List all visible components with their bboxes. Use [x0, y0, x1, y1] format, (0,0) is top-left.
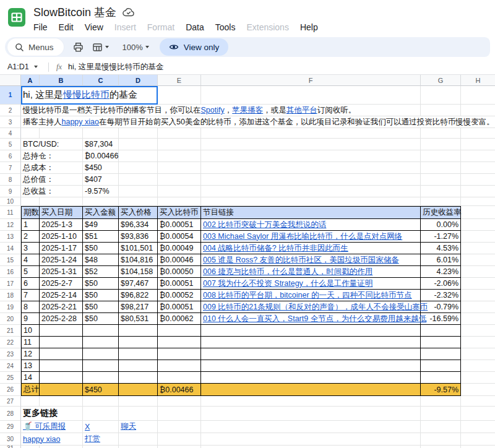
- cell-G13[interactable]: -1.27%: [421, 231, 461, 243]
- link[interactable]: 007 我为什么不投资 Strategy，什么是工作量证明: [203, 278, 372, 289]
- cell-H8[interactable]: [461, 174, 495, 186]
- cell-A12[interactable]: 1: [21, 219, 40, 231]
- cell-A10[interactable]: [21, 197, 40, 206]
- row-header-16[interactable]: 16: [0, 266, 21, 278]
- cell-G22[interactable]: [421, 337, 461, 348]
- row-header-25[interactable]: 25: [0, 372, 21, 384]
- cell-E12[interactable]: ₿0.00051: [158, 219, 201, 231]
- cell-D8[interactable]: [119, 174, 158, 186]
- cell-F18[interactable]: 008 比特币的平台期，bitcoiner 的一天，四种不同比特币节点: [201, 290, 421, 301]
- cell-G29[interactable]: [421, 421, 461, 433]
- cell-D19[interactable]: $98,217: [119, 301, 158, 313]
- cell-C11[interactable]: 买入金额: [83, 206, 119, 219]
- row-header-21[interactable]: 21: [0, 325, 21, 337]
- cell-A2[interactable]: 慢慢比特币是一档关于比特币的播客节目，你可以在 Spotify，苹果播客，或是其…: [21, 105, 421, 116]
- cell-H11[interactable]: [461, 206, 495, 219]
- cell-E6[interactable]: [158, 150, 201, 162]
- cell-C17[interactable]: $50: [83, 278, 119, 290]
- cell-D15[interactable]: $104,816: [119, 254, 158, 266]
- cell-G26[interactable]: -9.57%: [421, 384, 461, 396]
- cell-D12[interactable]: $96,334: [119, 219, 158, 231]
- link[interactable]: happy xiao: [23, 435, 60, 444]
- cell-C31[interactable]: [83, 446, 119, 448]
- cell-E30[interactable]: [158, 433, 201, 446]
- cell-E18[interactable]: ₿0.00052: [158, 290, 201, 301]
- link[interactable]: 打赏: [85, 434, 100, 444]
- cell-C14[interactable]: $50: [83, 243, 119, 254]
- formula-input[interactable]: hi, 这里是慢慢比特币的基金: [68, 62, 163, 72]
- cell-B23[interactable]: [40, 348, 83, 360]
- cell-C5[interactable]: $87,304: [83, 139, 119, 150]
- link[interactable]: 慢慢比特币: [63, 89, 110, 101]
- cell-E28[interactable]: [158, 407, 201, 421]
- cell-G28[interactable]: [421, 407, 461, 421]
- cell-D6[interactable]: [119, 150, 158, 162]
- cell-C10[interactable]: [83, 197, 119, 206]
- cell-H7[interactable]: [461, 162, 495, 174]
- row-header-8[interactable]: 8: [0, 174, 21, 186]
- cell-F13[interactable]: 003 Michael Saylor 用瀑布比喻比特币，什么是点对点网络: [201, 231, 421, 243]
- cell-B11[interactable]: 买入日期: [40, 206, 83, 219]
- link[interactable]: 005 谁是 Ross? 友善的比特币社区，美国垃圾币国家储备: [203, 255, 399, 265]
- cell-F28[interactable]: [201, 407, 421, 421]
- row-header-31[interactable]: 31: [0, 446, 21, 448]
- cell-F17[interactable]: 007 我为什么不投资 Strategy，什么是工作量证明: [201, 278, 421, 290]
- cell-B26[interactable]: [40, 384, 83, 396]
- cell-C19[interactable]: $50: [83, 301, 119, 313]
- cell-B27[interactable]: [40, 396, 83, 407]
- row-header-22[interactable]: 22: [0, 337, 21, 348]
- cell-D28[interactable]: [119, 407, 158, 421]
- cell-F31[interactable]: [201, 446, 421, 448]
- cell-C4[interactable]: [83, 128, 119, 139]
- row-header-24[interactable]: 24: [0, 360, 21, 372]
- row-header-14[interactable]: 14: [0, 243, 21, 254]
- cell-B16[interactable]: 2025-1-31: [40, 266, 83, 278]
- cell-F9[interactable]: [201, 186, 421, 197]
- cell-H12[interactable]: [461, 219, 495, 231]
- cell-D17[interactable]: $97,467: [119, 278, 158, 290]
- cell-A22[interactable]: 11: [21, 337, 40, 348]
- cell-E4[interactable]: [158, 128, 201, 139]
- cell-E15[interactable]: ₿0.00046: [158, 254, 201, 266]
- menus-search-button[interactable]: Menus: [7, 38, 64, 56]
- cell-B4[interactable]: [40, 128, 83, 139]
- cell-A27[interactable]: [21, 396, 40, 407]
- link[interactable]: X: [85, 423, 90, 431]
- cell-A4[interactable]: [21, 128, 40, 139]
- cell-G9[interactable]: [421, 186, 461, 197]
- cell-H29[interactable]: [461, 421, 495, 433]
- row-header-13[interactable]: 13: [0, 231, 21, 243]
- cell-A7[interactable]: 总成本：: [21, 162, 83, 174]
- cell-C30[interactable]: 打赏: [83, 433, 119, 446]
- cell-D22[interactable]: [119, 337, 158, 348]
- cell-E16[interactable]: ₿0.00050: [158, 266, 201, 278]
- cell-F5[interactable]: [201, 139, 421, 150]
- menu-view[interactable]: View: [79, 21, 109, 33]
- cell-G1[interactable]: [421, 86, 461, 105]
- row-header-19[interactable]: 19: [0, 301, 21, 313]
- cell-C15[interactable]: $48: [83, 254, 119, 266]
- cell-G2[interactable]: [421, 105, 461, 116]
- cell-G20[interactable]: -16.59%: [421, 313, 461, 325]
- cell-D11[interactable]: 买入价格: [119, 206, 158, 219]
- cell-H20[interactable]: [461, 313, 495, 325]
- cell-E26[interactable]: ₿0.00466: [158, 384, 201, 396]
- cell-C6[interactable]: ₿0.00466: [83, 150, 119, 162]
- cell-B25[interactable]: [40, 372, 83, 384]
- cell-E19[interactable]: ₿0.00051: [158, 301, 201, 313]
- cell-B31[interactable]: [40, 446, 83, 448]
- cell-D20[interactable]: $80,531: [119, 313, 158, 325]
- cell-H2[interactable]: [461, 105, 495, 116]
- cell-A15[interactable]: 4: [21, 254, 40, 266]
- cell-F25[interactable]: [201, 372, 421, 384]
- cell-H25[interactable]: [461, 372, 495, 384]
- link[interactable]: 聊天: [121, 421, 136, 432]
- link[interactable]: happy xiao: [62, 118, 99, 126]
- cell-A18[interactable]: 7: [21, 290, 40, 301]
- paint-format-button[interactable]: [88, 38, 113, 56]
- cell-B19[interactable]: 2025-2-21: [40, 301, 83, 313]
- link[interactable]: 006 捷克与比特币，什么是普通人，时间戳的作用: [203, 267, 372, 277]
- cell-C28[interactable]: [83, 407, 119, 421]
- row-header-5[interactable]: 5: [0, 139, 21, 150]
- cell-D27[interactable]: [119, 396, 158, 407]
